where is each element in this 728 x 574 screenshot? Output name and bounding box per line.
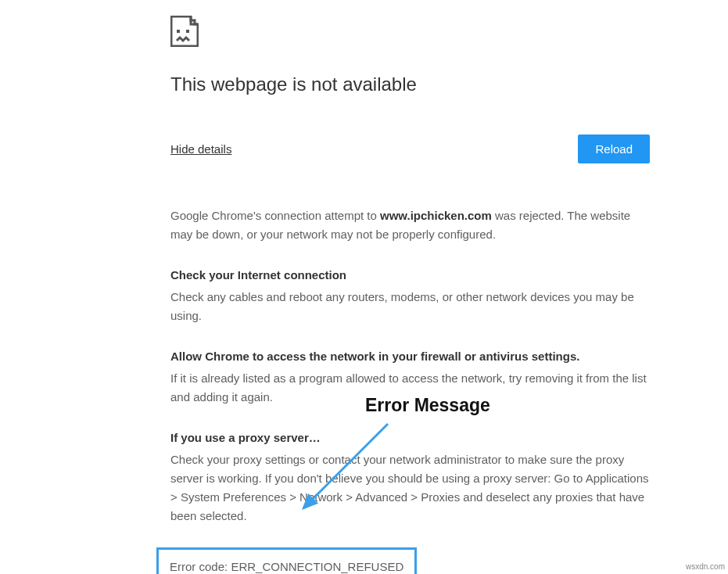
sad-page-icon: [170, 16, 650, 50]
details-intro: Google Chrome's connection attempt to ww…: [170, 206, 650, 244]
suggestion-heading: Allow Chrome to access the network in yo…: [170, 347, 650, 366]
annotation-label: Error Message: [365, 395, 490, 416]
reload-button[interactable]: Reload: [578, 135, 650, 163]
suggestion-heading: If you use a proxy server…: [170, 429, 650, 447]
suggestion-text: Check your proxy settings or contact you…: [170, 450, 650, 526]
controls-row: Hide details Reload: [170, 135, 650, 163]
error-code-highlight: Error code: ERR_CONNECTION_REFUSED: [156, 547, 417, 574]
suggestion-text: Check any cables and reboot any routers,…: [170, 288, 650, 325]
intro-prefix: Google Chrome's connection attempt to: [170, 209, 380, 222]
error-code-value: ERR_CONNECTION_REFUSED: [231, 560, 403, 573]
attribution-text: wsxdn.com: [686, 562, 725, 571]
suggestion-heading: Check your Internet connection: [170, 266, 650, 285]
error-page-container: This webpage is not available Hide detai…: [0, 0, 728, 574]
svg-rect-1: [186, 30, 189, 33]
error-code-row: Error code: ERR_CONNECTION_REFUSED: [170, 558, 403, 574]
error-code-label: Error code:: [170, 560, 231, 573]
page-title: This webpage is not available: [170, 74, 650, 95]
svg-rect-0: [177, 30, 180, 33]
suggestion-block: If you use a proxy server… Check your pr…: [170, 429, 650, 526]
details-section: Google Chrome's connection attempt to ww…: [170, 206, 650, 574]
hostname-text: www.ipchicken.com: [380, 209, 492, 222]
hide-details-link[interactable]: Hide details: [170, 142, 231, 156]
suggestion-block: Check your Internet connection Check any…: [170, 266, 650, 325]
